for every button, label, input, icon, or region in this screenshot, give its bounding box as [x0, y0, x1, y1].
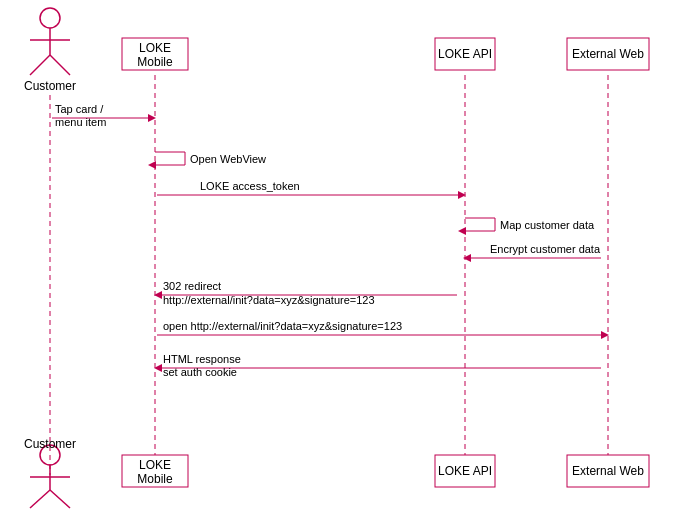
svg-text:302 redirect: 302 redirect — [163, 280, 221, 292]
svg-marker-11 — [148, 161, 156, 169]
svg-marker-14 — [458, 191, 466, 199]
svg-text:set auth cookie: set auth cookie — [163, 366, 237, 378]
svg-line-59 — [50, 490, 70, 508]
svg-text:Customer: Customer — [24, 437, 76, 451]
svg-text:LOKE API: LOKE API — [438, 464, 492, 478]
svg-marker-5 — [148, 114, 156, 122]
svg-rect-40 — [567, 455, 649, 487]
diagram-svg: Tap card / menu item Open WebView LOKE a… — [0, 0, 678, 510]
svg-rect-38 — [435, 455, 495, 487]
svg-text:Encrypt customer data: Encrypt customer data — [490, 243, 601, 255]
svg-rect-47 — [567, 38, 649, 70]
svg-line-52 — [30, 55, 50, 75]
svg-text:HTML response: HTML response — [163, 353, 241, 365]
svg-marker-19 — [458, 227, 466, 235]
svg-text:External Web: External Web — [572, 47, 644, 61]
svg-text:open http://external/init?data: open http://external/init?data=xyz&signa… — [163, 320, 402, 332]
svg-text:LOKE API: LOKE API — [438, 47, 492, 61]
svg-text:menu item: menu item — [55, 116, 106, 128]
svg-rect-35 — [122, 455, 188, 487]
svg-text:Tap card /: Tap card / — [55, 103, 104, 115]
svg-line-58 — [30, 490, 50, 508]
svg-point-49 — [40, 8, 60, 28]
svg-text:Mobile: Mobile — [137, 472, 173, 486]
svg-text:LOKE: LOKE — [139, 458, 171, 472]
svg-text:External Web: External Web — [572, 464, 644, 478]
svg-rect-45 — [435, 38, 495, 70]
svg-marker-29 — [601, 331, 609, 339]
svg-marker-32 — [154, 364, 162, 372]
svg-text:Mobile: Mobile — [137, 55, 173, 69]
svg-text:Customer: Customer — [24, 79, 76, 93]
svg-line-53 — [50, 55, 70, 75]
svg-rect-42 — [122, 38, 188, 70]
svg-text:LOKE: LOKE — [139, 41, 171, 55]
svg-text:LOKE access_token: LOKE access_token — [200, 180, 300, 192]
svg-point-55 — [40, 445, 60, 465]
svg-text:Open WebView: Open WebView — [190, 153, 266, 165]
svg-text:http://external/init?data=xyz&: http://external/init?data=xyz&signature=… — [163, 294, 375, 306]
svg-text:Map customer data: Map customer data — [500, 219, 595, 231]
svg-marker-25 — [154, 291, 162, 299]
sequence-diagram: Tap card / menu item Open WebView LOKE a… — [0, 0, 678, 510]
svg-marker-22 — [463, 254, 471, 262]
